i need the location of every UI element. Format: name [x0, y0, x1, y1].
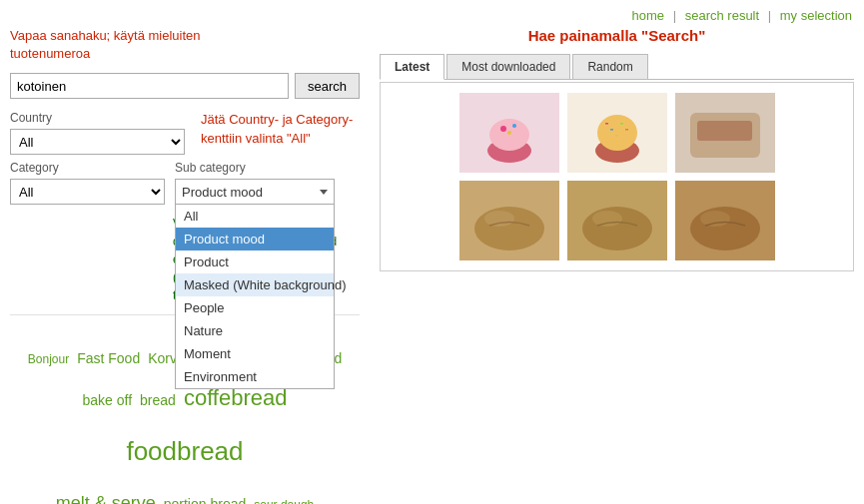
svg-rect-16 — [697, 121, 752, 141]
svg-point-19 — [484, 211, 514, 227]
dropdown-arrow-icon — [320, 190, 328, 195]
left-panel: Vapaa sanahaku; käytä mieluiten tuotenum… — [10, 27, 370, 504]
top-navigation: home | search result | my selection — [0, 0, 864, 27]
image-cell-4[interactable] — [459, 181, 559, 260]
search-hint-text: Vapaa sanahaku; käytä mieluiten tuotenum… — [10, 27, 360, 63]
subcategory-list: AllProduct moodProductMasked (White back… — [175, 204, 335, 389]
country-category-hint: Jätä Country- ja Category-kenttiin valin… — [201, 111, 360, 147]
search-bar: search — [10, 73, 360, 99]
svg-rect-11 — [615, 135, 618, 137]
category-select[interactable]: All — [10, 179, 165, 205]
svg-point-4 — [512, 124, 516, 128]
svg-rect-9 — [605, 123, 608, 125]
dropdown-item-product[interactable]: Product — [176, 251, 334, 273]
dropdown-item-moment[interactable]: Moment — [176, 342, 334, 365]
nav-my-selection[interactable]: my selection — [780, 8, 852, 23]
svg-rect-10 — [610, 129, 613, 131]
tag-sour-dough[interactable]: sour dough — [254, 492, 314, 504]
nav-search-result[interactable]: search result — [685, 8, 759, 23]
tag-bread[interactable]: bread — [140, 385, 176, 416]
svg-point-25 — [700, 211, 730, 227]
image-cell-3[interactable] — [675, 93, 775, 173]
tag-melt-serve[interactable]: melt & serve — [56, 484, 156, 504]
subcategory-dropdown[interactable]: Product mood AllProduct moodProductMaske… — [175, 179, 335, 205]
svg-rect-13 — [625, 129, 628, 131]
dropdown-item-masked[interactable]: Masked (White background) — [176, 273, 334, 296]
dropdown-item-nature[interactable]: Nature — [176, 319, 334, 342]
right-panel: Hae painamalla "Search" LatestMost downl… — [370, 27, 854, 504]
dropdown-item-people[interactable]: People — [176, 296, 334, 319]
dropdown-item-product_mood[interactable]: Product mood — [176, 228, 334, 251]
svg-point-5 — [507, 131, 511, 135]
subcategory-trigger[interactable]: Product mood — [175, 179, 335, 205]
main-wrapper: Vapaa sanahaku; käytä mieluiten tuotenum… — [0, 27, 864, 504]
tag-bonjour[interactable]: Bonjour — [28, 346, 69, 372]
subcategory-label: Sub category — [175, 161, 335, 175]
svg-rect-12 — [620, 123, 623, 125]
nav-sep2: | — [768, 8, 771, 23]
svg-point-3 — [500, 126, 506, 132]
svg-point-22 — [592, 211, 622, 227]
tabs: LatestMost downloadedRandom — [380, 54, 854, 80]
tag-bake-off[interactable]: bake off — [83, 385, 133, 416]
image-cell-5[interactable] — [567, 181, 667, 260]
country-label: Country — [10, 111, 185, 125]
filters-row: Country All Jätä Country- ja Category-ke… — [10, 111, 360, 155]
nav-home[interactable]: home — [632, 8, 665, 23]
country-filter-group: Country All — [10, 111, 185, 155]
nav-sep1: | — [673, 8, 676, 23]
subcategory-group: Sub category Product mood AllProduct moo… — [175, 161, 335, 205]
tag-fast-food[interactable]: Fast Food — [77, 343, 140, 374]
tab-random[interactable]: Random — [572, 54, 647, 79]
tag-portion-bread[interactable]: portion bread — [164, 489, 247, 504]
svg-point-8 — [597, 115, 637, 151]
image-cell-2[interactable] — [567, 93, 667, 173]
dropdown-item-all[interactable]: All — [176, 205, 334, 228]
search-input[interactable] — [10, 73, 289, 99]
country-select[interactable]: All — [10, 129, 185, 155]
tag-foodbread[interactable]: foodbread — [126, 423, 243, 480]
dropdown-item-environment[interactable]: Environment — [176, 365, 334, 388]
subcategory-value: Product mood — [182, 185, 263, 200]
image-grid-container — [380, 82, 854, 271]
image-cell-6[interactable] — [675, 181, 775, 260]
image-grid — [391, 93, 843, 260]
search-hint: Hae painamalla "Search" — [380, 27, 854, 44]
category-filter-group: Category All — [10, 161, 165, 205]
search-button[interactable]: search — [295, 73, 360, 99]
tab-latest[interactable]: Latest — [380, 54, 444, 80]
tab-most-downloaded[interactable]: Most downloaded — [446, 54, 570, 79]
category-label: Category — [10, 161, 165, 175]
image-cell-1[interactable] — [459, 93, 559, 173]
